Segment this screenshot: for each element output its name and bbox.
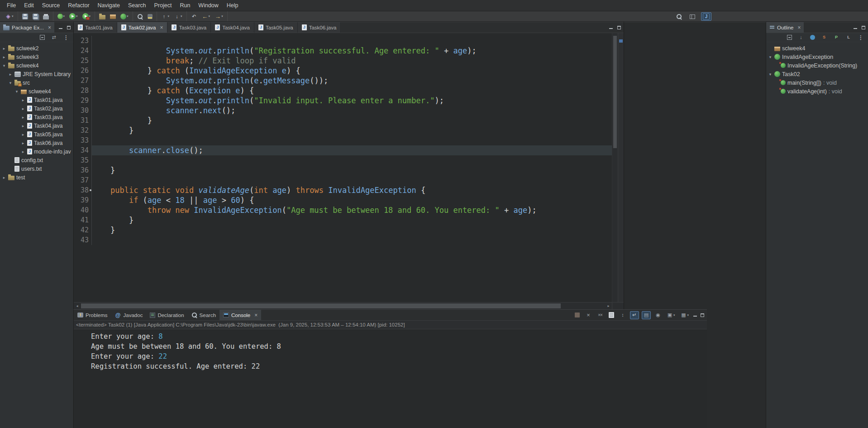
java-perspective-button[interactable] <box>701 12 711 21</box>
close-tab-icon[interactable] <box>254 312 258 318</box>
minimize-icon[interactable] <box>58 25 63 30</box>
mark-occurrences-button[interactable] <box>146 13 154 20</box>
menu-item-window[interactable]: Window <box>194 1 222 10</box>
new-class-button[interactable]: ▾ <box>119 13 130 20</box>
clear-console-button[interactable] <box>607 311 615 319</box>
close-icon[interactable] <box>797 24 801 31</box>
project-item-task02-java[interactable]: ▸Task02.java <box>0 104 73 113</box>
collapse-all-button[interactable] <box>786 34 793 41</box>
line-number-gutter[interactable]: 41 <box>74 215 92 225</box>
sort-button[interactable] <box>796 34 806 42</box>
maximize-icon[interactable] <box>700 313 705 317</box>
project-item-task05-java[interactable]: ▸Task05.java <box>0 130 73 139</box>
chevron-collapsed-icon[interactable]: ▸ <box>21 124 25 128</box>
horizontal-scrollbar-thumb[interactable] <box>81 303 561 308</box>
print-button[interactable] <box>41 13 51 20</box>
overview-ruler[interactable] <box>618 33 624 302</box>
chevron-expanded-icon[interactable]: ▾ <box>768 55 773 59</box>
menu-item-source[interactable]: Source <box>38 1 64 10</box>
close-icon[interactable] <box>48 24 51 31</box>
chevron-collapsed-icon[interactable]: ▸ <box>21 106 25 111</box>
editor-tab-task05-java[interactable]: Task05.java <box>254 22 298 33</box>
project-item-sclweek3[interactable]: ▸sclweek3 <box>0 53 73 61</box>
view-tab-search[interactable]: Search <box>188 310 219 320</box>
outline-item-sclweek4[interactable]: sclweek4 <box>766 44 868 53</box>
external-tools-button[interactable]: ▾ <box>81 12 93 20</box>
view-tab-console[interactable]: Console <box>219 310 261 320</box>
previous-annotation-button[interactable]: ▾ <box>159 12 172 20</box>
project-item-module-info-jav[interactable]: ▸module-info.jav <box>0 147 73 156</box>
menu-item-edit[interactable]: Edit <box>20 1 38 10</box>
menu-item-file[interactable]: File <box>3 1 20 10</box>
outline-item-invalidageexception[interactable]: ▾InvalidAgeException <box>766 53 868 61</box>
line-number-gutter[interactable]: 37 <box>74 175 92 185</box>
activate-on-output-button[interactable] <box>642 311 651 319</box>
chevron-collapsed-icon[interactable]: ▸ <box>2 46 6 51</box>
editor-tab-task03-java[interactable]: Task03.java <box>167 22 211 33</box>
line-number-gutter[interactable]: 35 <box>74 155 92 165</box>
line-number-gutter[interactable]: 34 <box>74 145 92 155</box>
minimize-icon[interactable] <box>609 25 613 30</box>
outline-item-validateage-int[interactable]: validateAge(int) : void <box>766 87 868 96</box>
new-java-project-button[interactable] <box>97 13 107 20</box>
editor-vertical-scrollbar[interactable] <box>612 33 618 302</box>
pin-console-button[interactable] <box>653 311 663 319</box>
menu-item-help[interactable]: Help <box>223 1 243 10</box>
maximize-icon[interactable] <box>861 25 866 30</box>
chevron-expanded-icon[interactable]: ▾ <box>768 72 773 77</box>
project-item-src[interactable]: ▾src <box>0 78 73 87</box>
view-tab-javadoc[interactable]: Javadoc <box>111 310 147 320</box>
maximize-icon[interactable] <box>617 25 621 30</box>
project-item-task03-java[interactable]: ▸Task03.java <box>0 113 73 121</box>
project-item-config-txt[interactable]: config.txt <box>0 156 73 164</box>
outline-tab[interactable]: Outline <box>766 22 804 33</box>
terminate-button[interactable] <box>573 312 581 318</box>
line-number-gutter[interactable]: 23 <box>74 36 92 46</box>
project-item-sclweek2[interactable]: ▸sclweek2 <box>0 44 73 53</box>
project-item-sclweek4[interactable]: ▾sclweek4 <box>0 61 73 70</box>
open-perspective-button[interactable] <box>688 14 697 20</box>
outline-item-invalidageexception-string[interactable]: InvalidAgeException(String) <box>766 61 868 70</box>
line-number-gutter[interactable]: 27 <box>74 76 92 86</box>
forward-button[interactable]: ▾ <box>213 12 225 20</box>
line-number-gutter[interactable]: 42 <box>74 225 92 235</box>
save-all-button[interactable] <box>31 13 40 20</box>
chevron-expanded-icon[interactable]: ▾ <box>8 81 13 85</box>
word-wrap-button[interactable] <box>630 311 639 319</box>
line-number-gutter[interactable]: 43 <box>74 235 92 245</box>
vertical-scrollbar-thumb[interactable] <box>613 36 617 148</box>
hide-static-button[interactable] <box>820 34 829 42</box>
scroll-right-icon[interactable]: ▸ <box>605 303 612 309</box>
line-number-gutter[interactable]: 33 <box>74 135 92 145</box>
chevron-collapsed-icon[interactable]: ▸ <box>21 149 25 154</box>
project-item-task04-java[interactable]: ▸Task04.java <box>0 121 73 130</box>
new-wizard-button[interactable]: ▾ <box>3 12 15 20</box>
outline-item-main-string[interactable]: main(String[]) : void <box>766 78 868 87</box>
console-output[interactable]: Enter your age: 8Age must be between 18 … <box>74 329 707 371</box>
line-number-gutter[interactable]: 36 <box>74 165 92 175</box>
view-tab-declaration[interactable]: Declaration <box>146 310 187 320</box>
search-button[interactable] <box>674 13 684 20</box>
link-with-editor-button[interactable] <box>49 34 58 42</box>
project-item-task01-java[interactable]: ▸Task01.java <box>0 96 73 104</box>
line-number-gutter[interactable]: 24 <box>74 46 92 56</box>
project-item-sclweek4[interactable]: ▾sclweek4 <box>0 87 73 96</box>
code-editor[interactable]: 2324 System.out.println("Registration su… <box>74 33 624 309</box>
maximize-icon[interactable] <box>67 25 71 30</box>
view-menu-button[interactable] <box>856 34 865 42</box>
chevron-collapsed-icon[interactable]: ▸ <box>21 98 25 102</box>
hide-non-public-button[interactable] <box>832 34 841 42</box>
next-annotation-button[interactable]: ▾ <box>172 12 184 20</box>
line-number-gutter[interactable]: 39 <box>74 195 92 205</box>
line-number-gutter[interactable]: 32 <box>74 125 92 135</box>
editor-tab-task01-java[interactable]: Task01.java <box>74 22 117 33</box>
last-edit-location-button[interactable] <box>189 12 199 20</box>
view-menu-button[interactable] <box>62 34 71 42</box>
display-selected-console-button[interactable]: ▾ <box>665 311 677 319</box>
menu-item-refactor[interactable]: Refactor <box>64 1 93 10</box>
debug-button[interactable]: ▾ <box>56 13 67 20</box>
remove-all-launches-button[interactable] <box>596 311 605 319</box>
search-toolbar-button[interactable] <box>135 13 145 20</box>
line-number-gutter[interactable]: 30 <box>74 106 92 115</box>
chevron-expanded-icon[interactable]: ▾ <box>2 63 6 68</box>
